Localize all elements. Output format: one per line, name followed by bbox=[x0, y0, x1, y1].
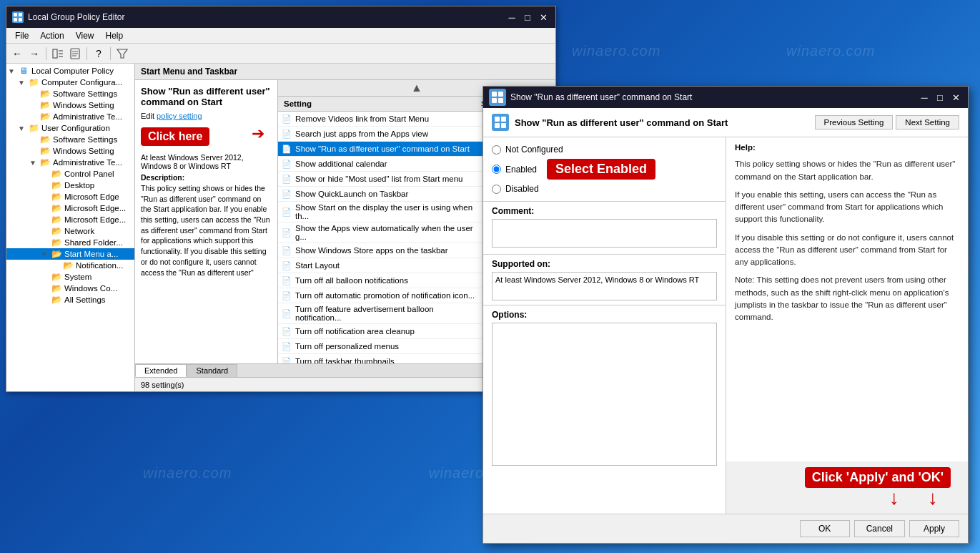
gpe-titlebar: Local Group Policy Editor ─ □ ✕ bbox=[6, 6, 555, 28]
radio-notconfigured-input[interactable] bbox=[492, 145, 501, 155]
next-setting-button[interactable]: Next Setting bbox=[896, 115, 959, 129]
radio-enabled[interactable]: Enabled Select Enabled bbox=[492, 159, 717, 180]
setting-item-icon: 📄 bbox=[281, 206, 292, 217]
setting-item-name: Show or hide "Most used" list from Start… bbox=[295, 175, 481, 183]
tree-network[interactable]: 📂 Network bbox=[6, 225, 134, 237]
radio-disabled-input[interactable] bbox=[492, 185, 501, 194]
tree-start-menu[interactable]: ▼ 📂 Start Menu a... bbox=[6, 248, 134, 260]
options-section: Options: bbox=[483, 305, 726, 514]
tree-mse3-label: Microsoft Edge... bbox=[64, 215, 126, 224]
properties-button[interactable] bbox=[67, 46, 83, 62]
tree-notifications[interactable]: 📂 Notification... bbox=[6, 260, 134, 271]
help-button[interactable]: ? bbox=[91, 46, 107, 62]
tree-mse1-label: Microsoft Edge bbox=[64, 192, 119, 201]
tree-uc-at[interactable]: ▼ 📂 Administrative Te... bbox=[6, 157, 134, 168]
tree-ms-edge3[interactable]: 📂 Microsoft Edge... bbox=[6, 214, 134, 225]
tree-sys-label: System bbox=[64, 273, 91, 281]
tree-uc-sw[interactable]: 📂 Software Settings bbox=[6, 134, 134, 145]
back-button[interactable]: ← bbox=[9, 46, 25, 62]
watermark-3: winaero.com bbox=[572, 43, 660, 59]
tree-uc-ws[interactable]: 📂 Windows Setting bbox=[6, 145, 134, 157]
apply-button[interactable]: Apply bbox=[909, 520, 959, 537]
menu-help[interactable]: Help bbox=[100, 29, 129, 42]
tree-control-panel[interactable]: 📂 Control Panel bbox=[6, 168, 134, 180]
tab-standard[interactable]: Standard bbox=[187, 364, 237, 377]
tree-admin-te[interactable]: 📂 Administrative Te... bbox=[6, 111, 134, 122]
menu-view[interactable]: View bbox=[70, 29, 100, 42]
minimize-button[interactable]: ─ bbox=[505, 11, 518, 24]
tree-ms-edge2[interactable]: 📂 Microsoft Edge... bbox=[6, 202, 134, 214]
tree-mse2-label: Microsoft Edge... bbox=[64, 204, 126, 212]
tree-sf-label: Shared Folder... bbox=[64, 238, 123, 247]
tree-windows-co[interactable]: 📂 Windows Co... bbox=[6, 283, 134, 294]
menu-action[interactable]: Action bbox=[34, 29, 69, 42]
setting-item-icon: 📄 bbox=[281, 290, 292, 301]
radio-disabled[interactable]: Disabled bbox=[492, 184, 717, 194]
tree-desktop-label: Desktop bbox=[64, 181, 94, 190]
tree-cp-label: Control Panel bbox=[64, 170, 114, 178]
radio-enabled-input[interactable] bbox=[492, 165, 501, 174]
setting-item-icon: 📄 bbox=[281, 188, 292, 200]
dialog-body: Not Configured Enabled Select Enabled Di… bbox=[483, 137, 968, 514]
svg-rect-2 bbox=[14, 18, 17, 21]
tree-win-setting[interactable]: 📂 Windows Setting bbox=[6, 99, 134, 111]
cancel-button[interactable]: Cancel bbox=[854, 520, 905, 537]
radio-not-configured[interactable]: Not Configured bbox=[492, 145, 717, 155]
menu-file[interactable]: File bbox=[9, 29, 34, 42]
tree-computer-config[interactable]: ▼ 📁 Computer Configura... bbox=[6, 77, 134, 88]
tree-sm-arrow: ▼ bbox=[41, 250, 51, 258]
dialog-header-icon bbox=[492, 114, 509, 131]
tree-root[interactable]: ▼ 🖥 Local Computer Policy bbox=[6, 65, 134, 77]
tree-wco-icon: 📂 bbox=[51, 283, 62, 293]
svg-rect-3 bbox=[19, 18, 22, 21]
tree-at-arrow bbox=[29, 113, 39, 121]
dialog-minimize[interactable]: ─ bbox=[918, 91, 931, 104]
tree-ucsw-label: Software Settings bbox=[53, 135, 117, 144]
tree-system[interactable]: 📂 System bbox=[6, 271, 134, 283]
tab-extended[interactable]: Extended bbox=[135, 364, 187, 377]
maximize-button[interactable]: □ bbox=[521, 11, 534, 24]
tree-sm-label: Start Menu a... bbox=[64, 250, 118, 258]
tree-all-settings[interactable]: 📂 All Settings bbox=[6, 294, 134, 305]
dialog-maximize[interactable]: □ bbox=[934, 91, 946, 104]
prev-setting-button[interactable]: Previous Setting bbox=[815, 115, 894, 129]
tree-ucws-label: Windows Setting bbox=[53, 147, 114, 155]
arrow-apply-icon: ↓ bbox=[928, 488, 938, 508]
tree-ws-icon: 📂 bbox=[39, 100, 51, 110]
comment-textarea[interactable] bbox=[492, 219, 717, 248]
supported-value: At least Windows Server 2012, Windows 8 … bbox=[495, 275, 699, 284]
tree-user-config[interactable]: ▼ 📁 User Configuration bbox=[6, 122, 134, 134]
filter-button[interactable] bbox=[114, 46, 130, 62]
radio-enabled-label: Enabled bbox=[505, 165, 537, 175]
svg-rect-15 bbox=[492, 98, 497, 103]
tree-sw-settings[interactable]: 📂 Software Settings bbox=[6, 88, 134, 99]
close-button[interactable]: ✕ bbox=[537, 11, 550, 24]
svg-rect-0 bbox=[14, 13, 17, 16]
tree-shared-folder[interactable]: 📂 Shared Folder... bbox=[6, 237, 134, 248]
tree-sw-arrow bbox=[29, 90, 39, 98]
svg-rect-4 bbox=[53, 49, 57, 58]
tree-ucat-arrow: ▼ bbox=[29, 159, 39, 167]
arrow-ok-icon: ↓ bbox=[889, 488, 899, 508]
show-hide-tree-button[interactable] bbox=[50, 46, 66, 62]
svg-rect-18 bbox=[501, 117, 506, 122]
setting-item-icon: 📄 bbox=[281, 326, 292, 337]
setting-item-icon: 📄 bbox=[281, 227, 292, 238]
ok-button[interactable]: OK bbox=[800, 520, 850, 537]
help-section: Help: This policy setting shows or hides… bbox=[726, 137, 968, 461]
tree-desktop[interactable]: 📂 Desktop bbox=[6, 180, 134, 191]
click-here-badge[interactable]: Click here bbox=[141, 127, 209, 146]
supported-label: Supported on: bbox=[492, 259, 717, 269]
tree-ws-label: Windows Setting bbox=[53, 101, 114, 109]
tree-as-arrow bbox=[41, 296, 51, 304]
tree-ms-edge1[interactable]: 📂 Microsoft Edge bbox=[6, 191, 134, 202]
setting-item-name: Show Start on the display the user is us… bbox=[295, 203, 481, 220]
policy-link[interactable]: policy setting bbox=[157, 112, 202, 120]
red-arrows-area: ↓ ↓ bbox=[889, 488, 945, 508]
radio-section: Not Configured Enabled Select Enabled Di… bbox=[483, 137, 726, 202]
dialog-close[interactable]: ✕ bbox=[949, 91, 962, 104]
watermark-14: winaero.com bbox=[143, 465, 232, 481]
gpe-toolbar: ← → ? bbox=[6, 44, 555, 64]
forward-button[interactable]: → bbox=[26, 46, 42, 62]
click-apply-area: Click 'Apply' and 'OK' ↓ ↓ bbox=[726, 461, 968, 514]
